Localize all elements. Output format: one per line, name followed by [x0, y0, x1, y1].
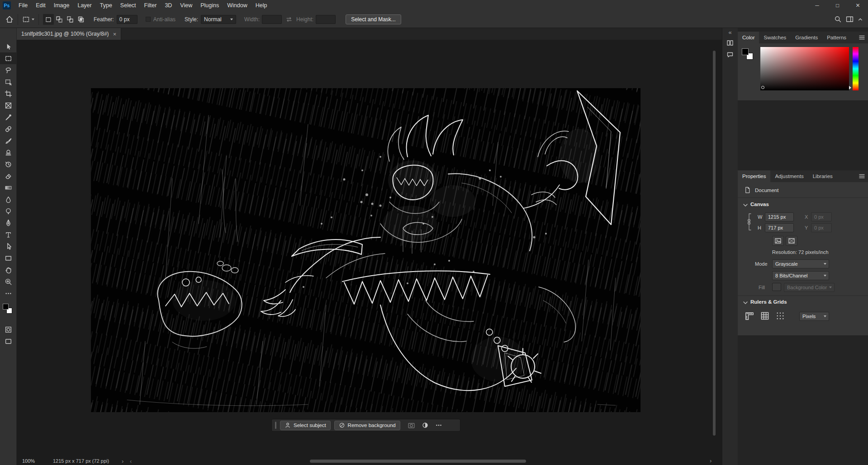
spot-healing-brush-tool[interactable] — [0, 123, 16, 135]
brush-tool[interactable] — [0, 135, 16, 146]
document-tab-bar: 1snlfpit9c301.jpg @ 100% (Gray/8#) × — [17, 28, 722, 40]
tab-adjustments[interactable]: Adjustments — [770, 170, 808, 182]
zoom-tool[interactable] — [0, 276, 16, 287]
canvas-x-label: X — [805, 214, 808, 220]
menu-plugins[interactable]: Plugins — [196, 0, 223, 11]
menu-window[interactable]: Window — [223, 0, 251, 11]
eraser-tool[interactable] — [0, 170, 16, 182]
menu-file[interactable]: File — [14, 0, 32, 11]
maximize-button[interactable]: □ — [827, 0, 848, 11]
taskbar-drag-handle[interactable] — [275, 422, 276, 429]
tab-patterns[interactable]: Patterns — [822, 32, 851, 43]
units-select[interactable]: Pixels — [799, 312, 829, 321]
object-selection-tool[interactable] — [0, 76, 16, 88]
rulers-section-chevron-icon[interactable] — [743, 301, 748, 304]
rectangular-marquee-tool[interactable] — [0, 52, 16, 64]
intersect-selection-mode-button[interactable] — [76, 14, 86, 25]
status-chevron-left-icon[interactable]: ‹ — [130, 458, 132, 465]
feather-input[interactable] — [117, 15, 138, 24]
edit-toolbar-ellipsis-icon[interactable] — [0, 287, 16, 299]
menu-image[interactable]: Image — [50, 0, 74, 11]
color-spectrum-field[interactable] — [760, 47, 849, 90]
grid-dots-icon[interactable] — [776, 311, 785, 320]
ruler-icon[interactable] — [745, 311, 754, 320]
canvas-section-chevron-icon[interactable] — [743, 204, 748, 207]
dodge-tool[interactable] — [0, 205, 16, 217]
collapse-panels-icon[interactable]: « — [722, 28, 738, 37]
style-select[interactable]: Normal — [201, 15, 236, 24]
crop-tool[interactable] — [0, 88, 16, 99]
menu-edit[interactable]: Edit — [32, 0, 50, 11]
canvas-height-field[interactable]: 717 px — [765, 223, 794, 232]
color-picker-marker[interactable] — [761, 86, 764, 89]
grid-icon[interactable] — [760, 311, 769, 320]
crop-canvas-button[interactable] — [772, 236, 784, 246]
menu-view[interactable]: View — [176, 0, 196, 11]
move-tool[interactable] — [0, 41, 16, 52]
minimize-button[interactable]: ─ — [807, 0, 827, 11]
new-selection-mode-button[interactable] — [43, 14, 54, 25]
canvas-width-field[interactable]: 1215 px — [765, 212, 794, 221]
menu-3d[interactable]: 3D — [161, 0, 176, 11]
create-mask-icon[interactable] — [408, 422, 415, 429]
tab-gradients[interactable]: Gradients — [791, 32, 822, 43]
menu-select[interactable]: Select — [116, 0, 140, 11]
pen-tool[interactable] — [0, 217, 16, 229]
lasso-tool[interactable] — [0, 64, 16, 76]
status-chevron-right-icon[interactable]: › — [122, 458, 123, 465]
mode-select[interactable]: Grayscale — [772, 259, 829, 268]
canvas-image[interactable] — [91, 88, 640, 412]
color-panel-menu-icon[interactable] — [859, 35, 865, 40]
hue-slider[interactable] — [853, 47, 859, 90]
clone-stamp-tool[interactable] — [0, 146, 16, 158]
select-subject-button[interactable]: Select subject — [280, 421, 331, 430]
horizontal-scrollbar-thumb[interactable] — [310, 460, 526, 463]
path-selection-tool[interactable] — [0, 240, 16, 252]
frame-tool[interactable] — [0, 99, 16, 111]
home-icon[interactable] — [5, 15, 14, 23]
hue-slider-marker[interactable] — [849, 86, 851, 89]
chevron-up-icon[interactable] — [857, 16, 863, 23]
add-selection-mode-button[interactable] — [54, 14, 65, 25]
quick-mask-mode-icon[interactable] — [0, 324, 16, 335]
zoom-level-field[interactable]: 100% — [22, 458, 35, 464]
hand-tool[interactable] — [0, 264, 16, 276]
document-tab[interactable]: 1snlfpit9c301.jpg @ 100% (Gray/8#) × — [17, 28, 121, 40]
screen-mode-icon[interactable] — [0, 335, 16, 347]
more-options-icon[interactable] — [435, 422, 442, 429]
tool-preset-marquee[interactable] — [22, 16, 34, 23]
color-panel-foreground-swatch[interactable] — [742, 48, 749, 55]
eyedropper-tool[interactable] — [0, 111, 16, 123]
type-tool[interactable] — [0, 229, 16, 240]
collapsed-panel-comment-icon[interactable] — [722, 49, 738, 61]
rectangle-tool[interactable] — [0, 252, 16, 264]
link-dimensions-icon[interactable] — [747, 212, 752, 232]
tab-properties[interactable]: Properties — [738, 170, 770, 182]
close-button[interactable]: ✕ — [848, 0, 868, 11]
collapsed-panel-columns-icon[interactable] — [722, 37, 738, 49]
search-icon[interactable] — [834, 15, 842, 23]
tab-swatches[interactable]: Swatches — [759, 32, 791, 43]
bit-depth-select[interactable]: 8 Bits/Channel — [772, 271, 829, 280]
tab-close-icon[interactable]: × — [113, 31, 117, 38]
trim-canvas-button[interactable] — [786, 236, 797, 246]
select-and-mask-button[interactable]: Select and Mask... — [346, 14, 401, 24]
foreground-color-swatch[interactable] — [3, 304, 9, 310]
history-brush-tool[interactable] — [0, 158, 16, 170]
resolution-label: Resolution: 72 pixels/inch — [772, 249, 829, 255]
canvas-corner-chevron-icon[interactable]: › — [710, 457, 711, 464]
vertical-scrollbar-thumb[interactable] — [713, 51, 716, 436]
subtract-selection-mode-button[interactable] — [65, 14, 76, 25]
menu-help[interactable]: Help — [251, 0, 271, 11]
menu-layer[interactable]: Layer — [73, 0, 95, 11]
properties-panel-menu-icon[interactable] — [859, 174, 865, 178]
blur-tool[interactable] — [0, 193, 16, 205]
gradient-tool[interactable] — [0, 182, 16, 193]
menu-type[interactable]: Type — [96, 0, 116, 11]
remove-background-button[interactable]: Remove background — [334, 421, 400, 430]
workspace-layout-icon[interactable] — [846, 15, 854, 23]
adjustment-contrast-icon[interactable] — [422, 422, 429, 429]
menu-filter[interactable]: Filter — [140, 0, 161, 11]
tab-libraries[interactable]: Libraries — [808, 170, 837, 182]
tab-color[interactable]: Color — [738, 32, 759, 43]
